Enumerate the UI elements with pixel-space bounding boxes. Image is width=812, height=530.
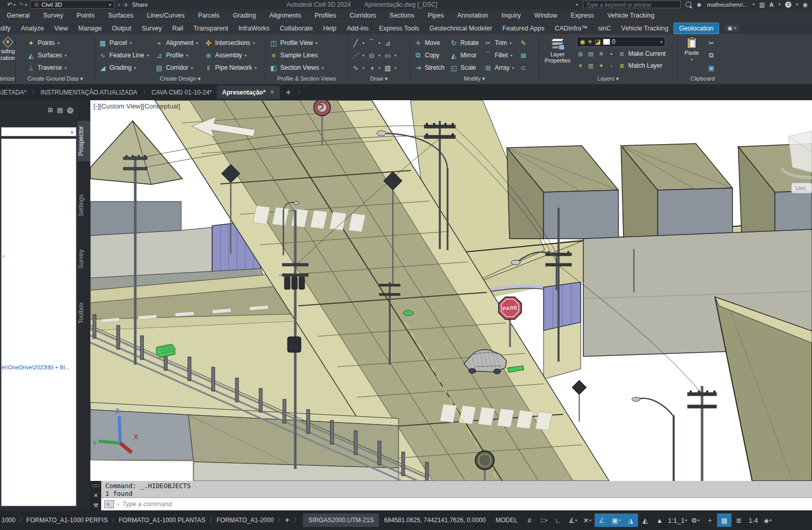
- layer-lock-icon[interactable]: ◪: [595, 38, 600, 45]
- tab-modify[interactable]: odify: [0, 23, 15, 34]
- layer-sun-icon[interactable]: ☀: [587, 38, 593, 45]
- redo-button[interactable]: ↷▾: [19, 1, 27, 8]
- panel-footer[interactable]: Create Ground Data ▾: [16, 75, 94, 84]
- tab-featured-apps[interactable]: Featured Apps: [497, 23, 549, 34]
- explode-button[interactable]: ⊠: [519, 49, 528, 61]
- layer-unlock-icon[interactable]: ◦: [608, 63, 615, 69]
- tab-survey[interactable]: Survey: [77, 244, 90, 274]
- tab-rail[interactable]: Rail: [167, 23, 188, 34]
- feature-line-button[interactable]: ∿Feature Line▾: [99, 49, 149, 61]
- menu-parcels[interactable]: Parcels: [191, 12, 226, 19]
- menu-alignments[interactable]: Alignments: [263, 12, 308, 19]
- annotation-scale-value[interactable]: 1:1_1▾: [667, 513, 689, 527]
- tab-vehicle-tracking[interactable]: Vehicle Tracking: [616, 23, 674, 34]
- model-space-toggle[interactable]: MODEL: [491, 517, 522, 524]
- annotation-scale-icon[interactable]: ▲: [652, 513, 667, 527]
- make-current-button[interactable]: Make Current: [628, 50, 666, 57]
- tab-sinc[interactable]: sinC: [593, 23, 616, 34]
- menu-profiles[interactable]: Profiles: [308, 12, 343, 19]
- scale-button[interactable]: ◱Scale: [450, 61, 479, 74]
- cut-button[interactable]: ✂: [707, 37, 715, 49]
- search-input[interactable]: Type a keyword or phrase: [583, 1, 681, 8]
- workspace-gear-icon[interactable]: ⚙▾: [688, 513, 703, 527]
- alignment-button[interactable]: ⌁Alignment▾: [155, 37, 198, 49]
- tab-infraworks[interactable]: InfraWorks: [233, 23, 275, 34]
- layer-bulb-icon[interactable]: ◉: [580, 38, 585, 45]
- tab-add-ins[interactable]: Add-ins: [342, 23, 374, 34]
- doc-tab-projetada[interactable]: OJETADA*: [0, 86, 31, 99]
- layer-lock2-icon[interactable]: ▪: [608, 51, 615, 57]
- isolate-objects-icon[interactable]: ≣: [731, 513, 746, 527]
- command-close-icon[interactable]: ✕: [93, 492, 98, 499]
- prospector-tree[interactable]: ≡ er\OneDrive\2023\BI + Bl...: [1, 138, 76, 506]
- offset-button[interactable]: ⊂: [519, 61, 528, 74]
- ellipse-tool[interactable]: ◑▾: [368, 61, 380, 74]
- doc-tab-apresentacao[interactable]: Apresentação*✕: [217, 86, 279, 99]
- circle-tool[interactable]: ⊙▾: [368, 49, 380, 61]
- polyline-tool[interactable]: ⊿: [384, 37, 396, 49]
- menu-pipes[interactable]: Pipes: [421, 12, 451, 19]
- copy-clip-button[interactable]: ⧉: [707, 49, 715, 61]
- rotate-button[interactable]: ↻Rotate: [450, 37, 479, 49]
- layer-properties-button[interactable]: Layer Properties: [543, 37, 572, 64]
- layer-isolate-icon[interactable]: ▤: [587, 51, 595, 57]
- user-menu[interactable]: matheushenri...: [707, 2, 747, 8]
- menu-annotation[interactable]: Annotation: [451, 12, 495, 19]
- tab-express-tools[interactable]: Express Tools: [374, 23, 424, 34]
- search-icon[interactable]: [686, 2, 691, 7]
- grading-button[interactable]: ◢Grading▾: [99, 61, 149, 74]
- command-drag-handle[interactable]: ∷∷: [92, 482, 100, 489]
- share-button[interactable]: Share: [132, 2, 148, 8]
- pin-icon[interactable]: ≡: [118, 3, 120, 7]
- mirror-button[interactable]: ◭Mirror: [450, 49, 479, 61]
- command-recent-chevron[interactable]: ▾: [117, 502, 119, 507]
- doc-tab-cava-cmd[interactable]: CAVA CMD 01-10-24*: [146, 86, 217, 99]
- move-button[interactable]: ✛Move: [414, 37, 444, 49]
- intersections-button[interactable]: ✜Intersections▾: [204, 37, 257, 49]
- menu-inquiry[interactable]: Inquiry: [495, 12, 528, 19]
- menu-sections[interactable]: Sections: [383, 12, 421, 19]
- panel-footer[interactable]: Modify ▾: [410, 75, 538, 84]
- tab-transparent[interactable]: Transparent: [188, 23, 233, 34]
- layout-tab-2000[interactable]: FORMATO_A1-2000: [212, 517, 278, 524]
- command-wrench-icon[interactable]: ⚒: [93, 502, 99, 509]
- assistant-icon[interactable]: ◉: [803, 1, 808, 8]
- layer-unisolate-icon[interactable]: ▥: [587, 63, 595, 69]
- annotation-autoscale-icon[interactable]: ◭: [638, 513, 652, 527]
- layer-select[interactable]: ◉ ☀ ◪ 0 ▾: [577, 37, 665, 47]
- layer-off-icon[interactable]: ◍: [577, 51, 584, 57]
- tab-prospector[interactable]: Prospector: [77, 121, 90, 161]
- menu-express[interactable]: Express: [564, 12, 601, 19]
- corridor-button[interactable]: ▤Corridor▾: [155, 61, 198, 74]
- erase-button[interactable]: ✎: [519, 37, 528, 49]
- snap-icon[interactable]: ∷▾: [537, 513, 551, 527]
- ortho-icon[interactable]: ∟: [551, 513, 566, 527]
- help-icon[interactable]: ?: [785, 2, 791, 8]
- rectangle-tool[interactable]: ▭▾: [384, 49, 396, 61]
- close-icon[interactable]: ✕: [269, 89, 274, 96]
- active-drawing-view-select[interactable]: ∨: [1, 127, 76, 136]
- menu-lines-curves[interactable]: Lines/Curves: [140, 12, 191, 19]
- surfaces-button[interactable]: ◭Surfaces▾: [27, 49, 67, 61]
- pipe-network-button[interactable]: ‖Pipe Network▾: [204, 61, 257, 74]
- polar-tracking-icon[interactable]: ∡▾: [566, 513, 580, 527]
- menu-points[interactable]: Points: [70, 12, 101, 19]
- section-views-button[interactable]: ◧Section Views▾: [269, 61, 324, 74]
- sample-lines-button[interactable]: ≡Sample Lines: [269, 49, 324, 61]
- menu-vehicle-tracking[interactable]: Vehicle Tracking: [601, 12, 661, 19]
- coordinate-system-badge[interactable]: SIRGAS2000.UTM-21S: [303, 513, 379, 527]
- assembly-button[interactable]: ⊕Assembly▾: [204, 49, 257, 61]
- tab-view[interactable]: View: [49, 23, 73, 34]
- grading-optimization-icon[interactable]: [3, 37, 12, 46]
- tab-settings[interactable]: Settings: [77, 189, 90, 222]
- parcel-button[interactable]: ▦Parcel▾: [99, 37, 149, 49]
- layer-thaw-icon[interactable]: ✦: [597, 63, 605, 69]
- object-snap-icon[interactable]: ▣▾: [609, 513, 624, 527]
- construction-line-tool[interactable]: ⋰▾: [352, 49, 364, 61]
- spline-tool[interactable]: ∿▾: [352, 61, 364, 74]
- plus-icon[interactable]: ＋: [703, 513, 717, 527]
- panel-footer[interactable]: Layers ▾: [539, 75, 677, 84]
- tab-analyze[interactable]: Analyze: [15, 23, 49, 34]
- dynamic-input-icon[interactable]: ∠: [595, 513, 609, 527]
- workspace-switcher[interactable]: ⚙ Civil 3D ▾: [30, 1, 115, 9]
